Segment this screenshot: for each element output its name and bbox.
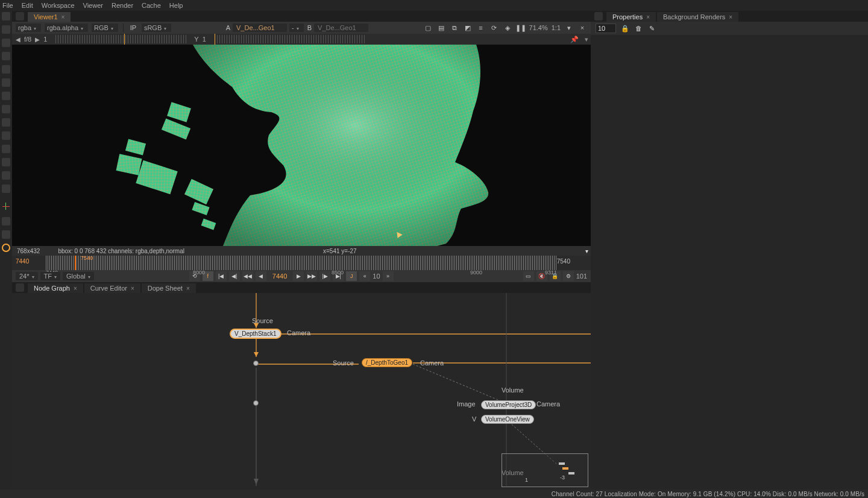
tool-deep-icon[interactable] [2, 158, 10, 166]
menu-edit[interactable]: Edit [22, 2, 33, 9]
mode-select[interactable]: TF [40, 272, 60, 280]
capture-icon[interactable]: ◈ [503, 23, 512, 33]
tool-node-icon[interactable] [2, 12, 10, 20]
wipe-icon[interactable]: ◩ [463, 23, 473, 33]
tool-color-icon[interactable] [2, 78, 10, 87]
pause-icon[interactable]: ❚❚ [516, 23, 526, 33]
minimap[interactable]: 1 -3 [502, 453, 588, 487]
ratio-readout[interactable]: 1:1 [552, 24, 561, 31]
tl-out[interactable]: 7540 [557, 258, 570, 265]
timeline-scale[interactable]: 7440 7540 7540 7440 8000 8500 9000 9311 [12, 256, 591, 270]
frame-readout[interactable]: 1 [43, 36, 47, 43]
tool-roto-icon[interactable] [2, 39, 10, 47]
proxy-icon[interactable]: ⧉ [450, 23, 459, 33]
port-dot[interactable] [253, 400, 259, 406]
menu-viewer[interactable]: Viewer [83, 2, 103, 9]
play-icon[interactable]: ▶ [293, 271, 304, 281]
refresh-icon[interactable]: ⟳ [489, 23, 499, 33]
node-volumeoneview[interactable]: VolumeOneView [481, 415, 534, 424]
menu-cache[interactable]: Cache [142, 2, 161, 9]
colorspace-select[interactable]: RGB [92, 24, 118, 32]
scope-select[interactable]: Global [63, 272, 94, 280]
fps-select[interactable]: 24* [16, 272, 38, 280]
drop-icon[interactable]: ▾ [585, 36, 588, 43]
ip-toggle-icon[interactable]: IP [128, 23, 138, 33]
node-depthtogeo[interactable]: /_DepthToGeo1 [362, 358, 412, 367]
next-frame-icon[interactable]: ▶ [35, 36, 40, 43]
skip-back-icon[interactable]: « [359, 271, 370, 281]
viewport-3d[interactable] [12, 45, 591, 246]
roi-icon[interactable]: ▤ [436, 23, 446, 33]
range-icon[interactable]: ▭ [523, 271, 534, 281]
chevron-down-icon[interactable]: ▾ [564, 23, 574, 33]
lock-icon[interactable]: 🔒 [621, 24, 629, 33]
current-frame[interactable]: 7440 [269, 273, 291, 280]
y-value[interactable]: 1 [203, 36, 206, 43]
a-buffer-select[interactable]: V_De...Geo1 [233, 24, 287, 32]
clear-icon[interactable]: 🗑 [634, 24, 643, 33]
tool-particles-icon[interactable] [2, 145, 10, 153]
tab-bg-renders[interactable]: Background Renders × [657, 12, 738, 22]
tab-node-graph[interactable]: Node Graph × [28, 283, 83, 293]
tool-select-icon[interactable] [2, 25, 10, 34]
tool-views-icon[interactable] [2, 171, 10, 180]
menu-workspace[interactable]: Workspace [42, 2, 75, 9]
list-icon[interactable]: ≡ [476, 23, 486, 33]
close-icon[interactable]: × [74, 285, 77, 292]
close-viewer-icon[interactable]: × [577, 23, 587, 33]
gain-slider[interactable] [55, 35, 188, 43]
tl-in[interactable]: 7440 [16, 258, 29, 265]
b-buffer-select[interactable]: V_De...Geo1 [314, 24, 368, 32]
tool-merge-icon[interactable] [2, 118, 10, 127]
node-depthstack[interactable]: V_DepthStack1 [230, 329, 281, 338]
fstop-readout[interactable]: f/8 [24, 36, 31, 43]
prev-frame-icon[interactable]: ◀ [16, 36, 20, 43]
close-icon[interactable]: × [729, 14, 732, 20]
close-icon[interactable]: × [186, 285, 190, 292]
prev-key-icon[interactable]: ◀| [229, 271, 240, 281]
tool-other1-icon[interactable] [2, 217, 10, 225]
pin-icon[interactable]: 📌 [570, 36, 579, 43]
first-frame-icon[interactable]: |◀ [216, 271, 227, 281]
tool-other2-icon[interactable] [2, 230, 10, 239]
play-back-icon[interactable]: ◀ [256, 271, 266, 281]
gamma-slider[interactable] [215, 35, 365, 43]
close-icon[interactable]: × [61, 14, 65, 20]
port-dot[interactable] [253, 361, 259, 366]
step-size[interactable]: 10 [373, 273, 380, 280]
max-panels-input[interactable] [596, 24, 616, 33]
tool-key-icon[interactable] [2, 105, 10, 113]
node-graph[interactable]: Source Camera Source Camera Volume Image… [12, 293, 591, 490]
layer-select[interactable]: rgba [16, 24, 41, 32]
tab-viewer1[interactable]: Viewer1 × [28, 12, 71, 22]
display-select[interactable]: sRGB [142, 24, 171, 32]
menu-file[interactable]: File [2, 2, 13, 9]
tab-properties[interactable]: Properties × [606, 12, 656, 22]
channel-select[interactable]: rgba.alpha [45, 24, 88, 32]
clip-icon[interactable]: ▢ [423, 23, 433, 33]
tool-metadata-icon[interactable] [2, 184, 10, 193]
tool-update-icon[interactable] [2, 244, 10, 252]
step-back-icon[interactable]: ◀◀ [242, 271, 253, 281]
tool-transform-icon[interactable] [2, 65, 10, 74]
tool-filter-icon[interactable] [2, 92, 10, 100]
zoom-readout[interactable]: 71.4% [529, 24, 548, 31]
node-volumeproject[interactable]: VolumeProject3D [481, 400, 536, 409]
loop-icon[interactable]: J [346, 271, 357, 281]
settings-icon[interactable]: ⚙ [563, 271, 574, 281]
tab-dope-sheet[interactable]: Dope Sheet × [142, 283, 196, 293]
next-key-icon[interactable]: |▶ [319, 271, 330, 281]
close-icon[interactable]: × [646, 14, 650, 20]
info-drop-icon[interactable]: ▾ [585, 248, 588, 254]
tool-3d-icon[interactable] [2, 131, 10, 140]
playhead[interactable] [75, 256, 76, 270]
close-icon[interactable]: × [131, 285, 134, 292]
step-fwd-icon[interactable]: ▶▶ [306, 271, 317, 281]
pane-grip-icon[interactable] [16, 12, 24, 20]
skip-fwd-icon[interactable]: » [383, 271, 394, 281]
tool-paint-icon[interactable] [2, 52, 10, 60]
edit-icon[interactable]: ✎ [647, 24, 656, 33]
pane-grip-icon[interactable] [16, 283, 24, 292]
menu-help[interactable]: Help [169, 2, 183, 9]
a-mode-select[interactable]: - [289, 24, 304, 32]
